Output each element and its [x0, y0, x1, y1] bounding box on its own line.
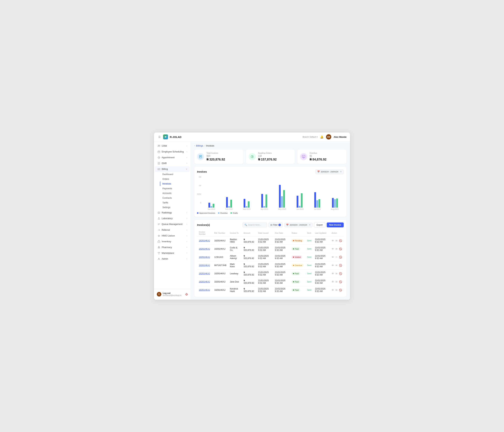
sidebar-item-label-marketplace: Marketplace: [162, 252, 185, 254]
cell-sent-1: Sent: [305, 245, 313, 253]
delete-icon-3[interactable]: 🚫: [339, 264, 342, 267]
employee-scheduling-chevron-icon: ›: [187, 151, 187, 153]
sidebar-item-appointment[interactable]: Appointment ›: [155, 155, 189, 160]
col-status: Status: [290, 229, 305, 237]
delete-icon-6[interactable]: 🚫: [339, 289, 342, 291]
delete-icon-1[interactable]: 🚫: [339, 248, 342, 250]
cell-date-issued-0: 21/01/2025 9:32 AM: [256, 236, 273, 245]
table-date-clear-icon[interactable]: ✕: [309, 224, 311, 226]
delete-icon-5[interactable]: 🚫: [339, 280, 342, 283]
email-icon-1[interactable]: ✉: [335, 248, 338, 250]
hmo-liaison-chevron-icon: ›: [187, 235, 187, 237]
export-button[interactable]: Export: [314, 223, 325, 227]
delete-icon-0[interactable]: 🚫: [339, 239, 342, 242]
sidebar-subitem-settings[interactable]: Settings: [160, 205, 189, 210]
cell-due-date-6: 21/01/2025 9:32 AM: [273, 286, 290, 294]
view-icon-2[interactable]: 👁: [332, 256, 334, 259]
view-icon-4[interactable]: 👁: [332, 272, 334, 275]
delete-icon-2[interactable]: 🚫: [339, 256, 342, 259]
view-icon-5[interactable]: 👁: [332, 280, 334, 283]
filter-button[interactable]: ⊟ Filter 1: [269, 223, 283, 227]
bar-may-overdue: [281, 196, 283, 207]
search-input[interactable]: 🔍 Search here...: [243, 223, 267, 227]
email-icon-2[interactable]: ✉: [335, 256, 338, 259]
email-icon-3[interactable]: ✉: [335, 264, 338, 267]
sidebar-item-radiology[interactable]: Radiology ›: [155, 210, 189, 216]
col-ref-number: Ref. Number: [212, 229, 228, 237]
sidebar-user-info: Log out emmanuel@sendway.io: [163, 292, 184, 296]
sidebar-item-admin[interactable]: Admin ›: [155, 256, 189, 262]
sidebar-item-label-radiology: Radiology: [162, 211, 185, 214]
sidebar-item-referral[interactable]: Referral ›: [155, 227, 189, 233]
bar-group-mar: [238, 199, 255, 207]
cell-inv-num-2: 18291HKAJ: [197, 253, 212, 261]
sidebar-item-laboratory[interactable]: Laboratory ›: [155, 216, 189, 221]
sidebar-subitem-invoices[interactable]: Invoices: [160, 181, 189, 186]
invoice-link-3[interactable]: 18291HKAJ: [199, 264, 210, 267]
view-icon-1[interactable]: 👁: [332, 248, 334, 250]
notification-bell-icon[interactable]: 🔔: [320, 135, 324, 139]
sidebar-item-pharmacy[interactable]: Pharmacy ›: [155, 244, 189, 250]
sidebar-toggle-button[interactable]: ☰: [158, 135, 161, 139]
sidebar-subitem-payments[interactable]: Payments: [160, 186, 189, 191]
sent-label-4: Sent: [307, 272, 312, 275]
chart-date-filter[interactable]: 📅 20/03/24 - 24/04/24 ✕: [315, 170, 344, 174]
table-row: 18291HKAJ 9871927JHB Mark Keen ₦ 320,876…: [197, 261, 344, 269]
sidebar-subitem-accounts[interactable]: Accounts: [160, 191, 189, 196]
invoice-link-4[interactable]: 18291HKAJ: [199, 272, 210, 275]
cell-last-updated-6: 21/01/2025 9:32 AM: [313, 286, 330, 294]
sidebar-nav: CRM › Employee Scheduling ›: [154, 142, 190, 289]
bar-jan-approved: [208, 203, 210, 207]
sidebar-item-employee-scheduling[interactable]: Employee Scheduling ›: [155, 149, 189, 154]
stat-icon-overdue: [300, 153, 307, 160]
cell-ref-4: 18291HKAJ: [212, 269, 228, 278]
sidebar-subitem-dashboard[interactable]: Dashboard: [160, 172, 189, 177]
chart-date-clear-icon[interactable]: ✕: [340, 171, 342, 173]
status-dot-6: [293, 289, 294, 291]
sidebar-item-emr[interactable]: EMR ›: [155, 161, 189, 166]
cell-to-1: Curtis & Co.: [228, 245, 242, 253]
sidebar-subitem-orders[interactable]: Orders: [160, 177, 189, 181]
sidebar-item-billing[interactable]: Billing ∨: [155, 166, 189, 172]
email-icon-4[interactable]: ✉: [335, 272, 338, 275]
invoice-link-0[interactable]: 18291HKAJ: [199, 239, 210, 242]
breadcrumb-parent-link[interactable]: Billings: [196, 144, 203, 147]
view-icon-3[interactable]: 👁: [332, 264, 334, 267]
logout-button[interactable]: E Log out emmanuel@sendway.io ⏻: [155, 291, 189, 298]
emr-chevron-icon: ›: [187, 162, 187, 164]
email-icon-0[interactable]: ✉: [335, 239, 338, 242]
cell-last-updated-2: 21/01/2025 9:32 AM: [313, 253, 330, 261]
action-icons-6: 👁 ✉ 🚫: [332, 289, 342, 291]
status-badge-6: Paid: [292, 288, 300, 292]
cell-date-issued-1: 21/01/2025 9:32 AM: [256, 245, 273, 253]
stats-row: Total Invoices 920 ₦ 320,876.92 Awaiting…: [194, 150, 346, 164]
cell-due-date-0: 21/01/2025 9:32 AM: [273, 236, 290, 245]
invoice-link-1[interactable]: 18291HKAJ: [199, 248, 210, 250]
new-invoice-button[interactable]: New Invoice: [327, 223, 344, 227]
invoices-table-card: Invoices(s) 🔍 Search here... ⊟ Filter 1: [194, 220, 346, 297]
filter-icon: ⊟: [270, 224, 272, 226]
sidebar-subitem-tariffs[interactable]: Tariffs: [160, 200, 189, 205]
sidebar-item-queue-management[interactable]: Queue Management ›: [155, 221, 189, 227]
stat-count-total-invoices: 920: [207, 154, 241, 157]
sidebar-item-inventory[interactable]: Inventory ›: [155, 239, 189, 244]
delete-icon-4[interactable]: 🚫: [339, 272, 342, 275]
cell-sent-6: Sent: [305, 286, 313, 294]
sidebar-item-marketplace[interactable]: Marketplace ›: [155, 250, 189, 256]
admin-icon: [158, 258, 160, 260]
invoice-link-5[interactable]: 18291HKAJ: [199, 281, 210, 283]
email-icon-5[interactable]: ✉: [335, 280, 338, 283]
branch-selector[interactable]: Branch: Default ▾: [303, 136, 318, 138]
sidebar-item-crm[interactable]: CRM ›: [155, 143, 189, 149]
table-date-filter[interactable]: 📅 20/03/24 - 24/04/24 ✕: [284, 223, 313, 227]
view-icon-0[interactable]: 👁: [332, 239, 334, 242]
invoice-link-6[interactable]: 18291HKAJ: [199, 289, 210, 291]
status-dot-2: [293, 257, 294, 258]
billing-submenu: Dashboard Orders Invoices Payments Accou…: [154, 172, 190, 210]
invoice-link-2[interactable]: 18291HKAJ: [199, 256, 210, 258]
sidebar-subitem-contracts[interactable]: Contracts: [160, 196, 189, 200]
sidebar-item-hmo-liaison[interactable]: HMO Liaison ›: [155, 233, 189, 239]
sidebar-item-label-pharmacy: Pharmacy: [162, 246, 185, 249]
view-icon-6[interactable]: 👁: [332, 289, 334, 291]
email-icon-6[interactable]: ✉: [335, 289, 338, 291]
